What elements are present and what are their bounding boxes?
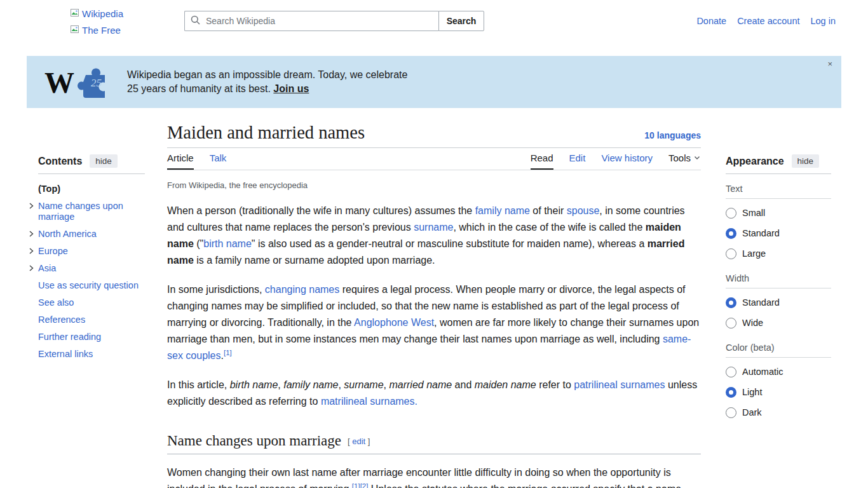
- text-run: is a family name or surname adopted upon…: [194, 255, 435, 266]
- toc-link[interactable]: Further reading: [38, 332, 101, 342]
- banner-message: Wikipedia began as an impossible dream. …: [127, 68, 407, 95]
- tab-edit[interactable]: Edit: [569, 152, 586, 170]
- radio-checked-icon[interactable]: [726, 297, 736, 308]
- edit-section-link[interactable]: [ edit ]: [348, 437, 370, 446]
- toc-link[interactable]: External links: [38, 349, 93, 359]
- languages-button[interactable]: 10 languages: [644, 130, 701, 140]
- toc-link[interactable]: Name changes upon marriage: [38, 201, 123, 222]
- toc-link[interactable]: See also: [38, 297, 74, 308]
- reference-anchor[interactable]: [1]: [224, 349, 232, 356]
- radio-option-width-standard[interactable]: Standard: [726, 292, 831, 313]
- toc-item-europe[interactable]: Europe: [38, 243, 149, 260]
- reference-anchor[interactable]: [1]: [352, 482, 360, 488]
- appearance-group-label-color-beta: Color (beta): [726, 342, 831, 358]
- tab-view-history[interactable]: View history: [601, 152, 653, 170]
- divider: [38, 173, 145, 174]
- section-paragraphs: Women changing their own last name after…: [167, 464, 701, 488]
- radio-option-text-large[interactable]: Large: [726, 243, 831, 264]
- close-icon[interactable]: ×: [827, 60, 832, 68]
- svg-text:25: 25: [91, 77, 102, 89]
- radio-option-text-small[interactable]: Small: [726, 203, 831, 223]
- article-link-birth-name[interactable]: birth name: [203, 238, 252, 249]
- search-box[interactable]: [184, 11, 438, 31]
- text-run: ,: [278, 379, 283, 390]
- page-title: Maiden and married names: [167, 122, 365, 143]
- tab-talk[interactable]: Talk: [210, 152, 227, 170]
- radio-option-color-beta-dark[interactable]: Dark: [726, 402, 831, 423]
- tab-article[interactable]: Article: [167, 152, 194, 170]
- reference-link[interactable]: [2]: [360, 482, 369, 488]
- radio-checked-icon[interactable]: [726, 387, 736, 398]
- radio-option-width-wide[interactable]: Wide: [726, 313, 831, 333]
- article-link-surname[interactable]: surname: [414, 222, 453, 233]
- toc-hide-button[interactable]: hide: [90, 154, 118, 168]
- radio-unchecked-icon[interactable]: [726, 367, 736, 377]
- article-content: Maiden and married names 10 languages Ar…: [167, 122, 701, 488]
- radio-option-color-beta-automatic[interactable]: Automatic: [726, 362, 831, 382]
- header-link-donate[interactable]: Donate: [696, 16, 726, 26]
- toc-link[interactable]: References: [38, 315, 85, 325]
- text-run: When a person (traditionally the wife in…: [167, 205, 475, 216]
- search-button[interactable]: Search: [438, 11, 484, 31]
- chevron-right-icon[interactable]: [27, 229, 35, 240]
- wikipedia-logo[interactable]: Wikipedia The Free: [70, 8, 123, 41]
- paragraph: In this article, birth name, family name…: [167, 377, 700, 410]
- radio-unchecked-icon[interactable]: [726, 407, 736, 418]
- toc-item-external-links[interactable]: External links: [38, 346, 149, 363]
- edit-link[interactable]: edit: [352, 437, 365, 446]
- toc-link[interactable]: Use as security question: [38, 280, 139, 290]
- article-link-changing-names[interactable]: changing names: [265, 284, 339, 295]
- tab-read[interactable]: Read: [531, 152, 553, 170]
- appearance-panel: Appearance hide TextSmallStandardLargeWi…: [726, 154, 831, 423]
- header-link-log-in[interactable]: Log in: [810, 16, 836, 26]
- tabs-right: ReadEditView historyTools: [515, 152, 701, 170]
- radio-option-color-beta-light[interactable]: Light: [726, 382, 831, 402]
- article-link-patrilineal-surnames[interactable]: patrilineal surnames: [574, 379, 665, 390]
- toc-link[interactable]: (Top): [38, 184, 60, 194]
- toc-item-see-also[interactable]: See also: [38, 294, 149, 311]
- logo-wordmark[interactable]: Wikipedia: [70, 8, 123, 20]
- section-title: Name changes upon marriage: [167, 431, 341, 451]
- toc-item-north-america[interactable]: North America: [38, 226, 149, 243]
- toc-item-name-changes-upon-marriage[interactable]: Name changes upon marriage: [38, 198, 149, 226]
- article-link-spouse[interactable]: spouse: [567, 205, 600, 216]
- toc-link[interactable]: Asia: [38, 263, 56, 273]
- radio-unchecked-icon[interactable]: [726, 318, 736, 329]
- reference-anchor[interactable]: [2]: [360, 482, 369, 488]
- broken-image-icon: [70, 24, 80, 36]
- radio-unchecked-icon[interactable]: [726, 208, 736, 219]
- chevron-right-icon[interactable]: [27, 247, 35, 257]
- logo-text-free[interactable]: The Free: [82, 24, 121, 36]
- tab-label: Read: [531, 152, 553, 163]
- article-link-matrilineal-surnames[interactable]: matrilineal surnames.: [321, 396, 417, 407]
- article-link-family-name[interactable]: family name: [475, 205, 530, 216]
- radio-checked-icon[interactable]: [726, 228, 736, 239]
- reference-link[interactable]: [1]: [352, 482, 360, 488]
- toc-item-asia[interactable]: Asia: [38, 260, 149, 277]
- logo-text-wikipedia[interactable]: Wikipedia: [82, 8, 123, 20]
- toc-link[interactable]: North America: [38, 229, 97, 239]
- toc-item-references[interactable]: References: [38, 311, 149, 329]
- fundraising-banner[interactable]: W 25 Wikipedia began as an impossible dr…: [27, 56, 841, 108]
- logo-tagline[interactable]: The Free: [70, 24, 123, 36]
- toc-item-use-as-security-question[interactable]: Use as security question: [38, 277, 149, 294]
- tab-tools[interactable]: Tools: [668, 152, 701, 170]
- appearance-options: SmallStandardLarge: [726, 203, 831, 264]
- toc-header: Contents hide: [28, 154, 149, 168]
- search-input[interactable]: [205, 15, 438, 27]
- radio-unchecked-icon[interactable]: [726, 248, 736, 259]
- chevron-right-icon[interactable]: [27, 201, 35, 212]
- appearance-group-label-text: Text: [726, 184, 831, 199]
- toc-item-top[interactable]: (Top): [38, 180, 149, 198]
- appearance-hide-button[interactable]: hide: [792, 154, 820, 168]
- reference-link[interactable]: [1]: [224, 349, 232, 356]
- article-link-anglophone-west[interactable]: Anglophone West: [354, 317, 434, 328]
- radio-label: Large: [742, 248, 766, 259]
- toc-link[interactable]: Europe: [38, 246, 68, 256]
- chevron-right-icon[interactable]: [27, 264, 35, 274]
- text-run: of their: [530, 205, 567, 216]
- radio-option-text-standard[interactable]: Standard: [726, 223, 831, 243]
- join-us-link[interactable]: Join us: [273, 83, 309, 94]
- header-link-create-account[interactable]: Create account: [737, 16, 799, 26]
- toc-item-further-reading[interactable]: Further reading: [38, 329, 149, 346]
